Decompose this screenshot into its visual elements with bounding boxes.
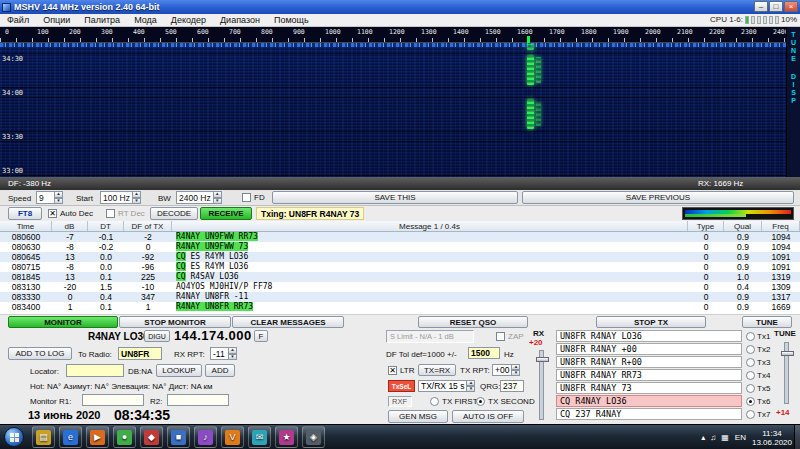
menu-item-1[interactable]: Файл <box>0 14 36 26</box>
tune-button[interactable]: TUNE <box>742 316 792 328</box>
show-desktop-button[interactable] <box>794 425 800 449</box>
taskbar-app-green-icon[interactable]: ● <box>113 426 136 448</box>
qrg-input[interactable] <box>500 380 524 392</box>
digu-button[interactable]: DIGU <box>144 330 170 342</box>
table-row[interactable]: 08340010.11R4NAY UN8FR RR7300.91669 <box>0 302 800 312</box>
title-bar[interactable]: MSHV 144 MHz version 2.40 64-bit – □ × <box>0 0 800 14</box>
menu-item-5[interactable]: Декодер <box>164 14 213 26</box>
bw-stepper[interactable]: 2400 Hz▲▼ <box>176 191 222 204</box>
taskbar-app-music-icon[interactable]: ♪ <box>194 426 217 448</box>
monitor-r2-input[interactable] <box>167 394 229 406</box>
auto-dec-checkbox[interactable]: ✕Auto Dec <box>48 209 93 218</box>
speed-stepper[interactable]: 9▲▼ <box>36 191 63 204</box>
tx-slot-radio-6[interactable]: Tx6 <box>746 395 772 407</box>
table-row[interactable]: 080645130.0-92CQ ES R4YM LO3600.91091 <box>0 252 800 262</box>
clear-messages-button[interactable]: CLEAR MESSAGES <box>232 316 344 328</box>
df-tol-input[interactable] <box>468 347 500 359</box>
rx-slider-handle[interactable] <box>536 357 549 362</box>
lookup-button[interactable]: LOOKUP <box>156 364 202 377</box>
tx-slot-radio-5[interactable]: Tx5 <box>746 382 772 394</box>
rt-dec-checkbox[interactable]: RT Dec <box>106 209 145 218</box>
column-header-7[interactable]: Qual <box>724 221 762 231</box>
column-header-3[interactable]: DT <box>88 221 124 231</box>
column-header-8[interactable]: Freq <box>762 221 800 231</box>
save-this-button[interactable]: SAVE THIS <box>272 191 518 204</box>
period-stepper[interactable]: TX/RX 15 s▲▼ <box>418 380 475 392</box>
waterfall-side-panel[interactable]: T U N E D I S P <box>786 27 800 177</box>
menu-item-6[interactable]: Диапазон <box>213 14 267 26</box>
table-row[interactable]: 080715-80.0-96CQ ES R4YM LO3600.91091 <box>0 262 800 272</box>
tx-power-slider[interactable] <box>784 342 789 404</box>
stop-monitor-button[interactable]: STOP MONITOR <box>119 316 231 328</box>
locator-input[interactable] <box>66 364 124 377</box>
table-row[interactable]: 080630-8-0.20R4NAY UN9FWW 7300.91094 <box>0 242 800 252</box>
decode-table[interactable]: 080600-7-0.1-2R4NAY UN9FWW RR7300.910940… <box>0 232 800 314</box>
tx-slider-handle[interactable] <box>781 351 794 356</box>
menu-item-7[interactable]: Помощь <box>267 14 316 26</box>
taskbar-app-blue-icon[interactable]: ■ <box>167 426 190 448</box>
column-header-2[interactable]: dB <box>52 221 88 231</box>
receive-button[interactable]: RECEIVE <box>200 207 252 220</box>
rx-gain-slider[interactable] <box>539 350 544 420</box>
tray-volume-icon[interactable]: ♫ <box>710 433 716 442</box>
tx-message-3[interactable]: UN8FR R4NAY R+00 <box>556 356 742 368</box>
tx-slot-radio-2[interactable]: Tx2 <box>746 343 772 355</box>
menu-item-3[interactable]: Палитра <box>77 14 127 26</box>
tx-second-radio[interactable]: TX SECOND <box>476 397 535 406</box>
column-header-5[interactable]: Message 1 / 0.4s <box>172 221 688 231</box>
tx-message-1[interactable]: UN8FR R4NAY LO36 <box>556 330 742 342</box>
taskbar-app-pink-icon[interactable]: ★ <box>275 426 298 448</box>
tx-message-6[interactable]: CQ R4NAY LO36 <box>556 395 742 407</box>
tx-eq-rx-button[interactable]: TX=RX <box>418 364 456 376</box>
zap-checkbox[interactable]: ZAP <box>496 332 524 341</box>
tx-slot-radio-1[interactable]: Tx1 <box>746 330 772 342</box>
tx-message-5[interactable]: UN8FR R4NAY 73 <box>556 382 742 394</box>
close-button[interactable]: × <box>784 1 798 12</box>
tx-first-radio[interactable]: TX FIRST <box>430 397 478 406</box>
menu-item-2[interactable]: Опции <box>36 14 77 26</box>
menu-item-4[interactable]: Мода <box>127 14 164 26</box>
tray-expand-icon[interactable]: ▴ <box>701 433 705 442</box>
add-to-log-button[interactable]: ADD TO LOG <box>8 347 72 360</box>
gen-msg-button[interactable]: GEN MSG <box>388 410 448 423</box>
tx-message-4[interactable]: UN8FR R4NAY RR73 <box>556 369 742 381</box>
start-button[interactable] <box>4 427 24 447</box>
minimize-button[interactable]: – <box>754 1 768 12</box>
tx-slot-radio-7[interactable]: Tx7 <box>746 408 772 420</box>
taskbar-vlc-icon[interactable]: V <box>221 426 244 448</box>
tx-slot-radio-3[interactable]: Tx3 <box>746 356 772 368</box>
language-indicator[interactable]: EN <box>735 433 746 442</box>
monitor-r1-input[interactable] <box>82 394 144 406</box>
column-header-4[interactable]: DF of TX <box>124 221 172 231</box>
taskbar-app-gray-icon[interactable]: ◈ <box>302 426 325 448</box>
decode-button[interactable]: DECODE <box>150 207 198 220</box>
rx-rpt-stepper[interactable]: -11▲▼ <box>210 347 237 360</box>
frequency-scale[interactable]: 0100200300400500600700800900100011001200… <box>0 27 800 43</box>
taskbar-clock[interactable]: 11:34 13.06.2020 <box>752 429 792 447</box>
monitor-button[interactable]: MONITOR <box>8 316 118 328</box>
table-row[interactable]: 083130-201.5-10AQ4YOS MJ0HIV/P FF7800.41… <box>0 282 800 292</box>
add-button[interactable]: ADD <box>205 364 235 377</box>
taskbar-file-explorer-icon[interactable]: ▤ <box>32 426 55 448</box>
tx-rpt-stepper[interactable]: +00▲▼ <box>492 364 520 376</box>
mode-ft8-button[interactable]: FT8 <box>8 207 42 220</box>
table-row[interactable]: 08333000.4347R4NAY UN8FR -1100.91317 <box>0 292 800 302</box>
start-stepper[interactable]: 100 Hz▲▼ <box>100 191 141 204</box>
fd-checkbox[interactable]: FD <box>242 193 265 202</box>
taskbar-mail-icon[interactable]: ✉ <box>248 426 271 448</box>
taskbar-media-player-icon[interactable]: ▶ <box>86 426 109 448</box>
table-row[interactable]: 080600-7-0.1-2R4NAY UN9FWW RR7300.91094 <box>0 232 800 242</box>
tx-sel-button[interactable]: TxSeL <box>388 380 415 392</box>
reset-qso-button[interactable]: RESET QSO <box>418 316 528 328</box>
column-header-1[interactable]: Time <box>0 221 52 231</box>
maximize-button[interactable]: □ <box>769 1 783 12</box>
taskbar-browser-icon[interactable]: e <box>59 426 82 448</box>
tx-message-7[interactable]: CQ 237 R4NAY <box>556 408 742 420</box>
save-previous-button[interactable]: SAVE PREVIOUS <box>522 191 794 204</box>
f-button[interactable]: F <box>254 330 268 342</box>
tray-network-icon[interactable]: ▦ <box>721 433 729 442</box>
tx-slot-radio-4[interactable]: Tx4 <box>746 369 772 381</box>
taskbar-app-red-icon[interactable]: ◆ <box>140 426 163 448</box>
tx-message-2[interactable]: UN8FR R4NAY +00 <box>556 343 742 355</box>
stop-tx-button[interactable]: STOP TX <box>596 316 706 328</box>
